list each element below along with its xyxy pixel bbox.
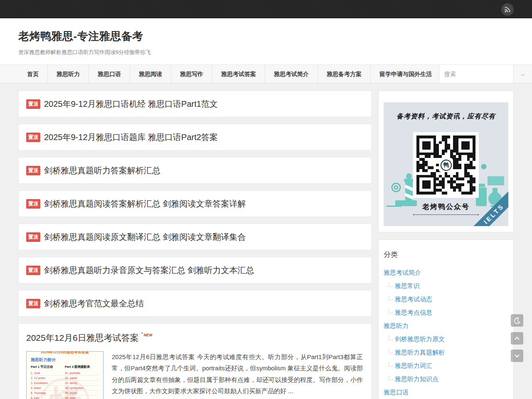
nav-menu-item[interactable]: 雅思口语 <box>89 65 130 84</box>
nav-menu-item-label: 雅思备考方案 <box>327 71 362 78</box>
scroll-to-top-button[interactable] <box>511 332 523 345</box>
nav-menu-item[interactable]: 首页 <box>18 65 48 84</box>
qr-code: 鸭 <box>413 132 479 198</box>
post-title-link[interactable]: 剑桥雅思真题阅读答案解析汇总 剑雅阅读文章答案详解 <box>44 198 246 209</box>
thumbnail-topline: 2025年12月6日雅思考试答案 <box>31 351 99 355</box>
nav-menu-item[interactable]: 雅思阅读 <box>130 65 171 84</box>
category-link[interactable]: 雅思听力 <box>384 319 508 332</box>
nav-menu-item[interactable]: 雅思考试简介 <box>265 65 318 84</box>
latest-post-card: 2025年12月6日雅思考试答案 NEW 2025年12月6日雅思考试答案 雅思… <box>18 323 372 399</box>
category-label: 雅思听力真题解析 <box>395 349 445 356</box>
chevron-up-icon <box>513 335 521 342</box>
category-link[interactable]: 雅思听力真题解析 <box>384 346 508 359</box>
nav-menu-item[interactable]: 雅思考试答案 <box>212 65 265 84</box>
categories-list: 雅思考试简介 雅思常识 雅思考试动态 雅思考点信息 <box>384 266 508 399</box>
category-link[interactable]: 剑桥雅思听力原文 <box>384 332 508 346</box>
thumbnail-col1-header: Part 1 节日活动 <box>31 365 65 369</box>
post-title-link[interactable]: 2025年9-12月雅思口语机经 雅思口语Part1范文 <box>44 99 218 110</box>
answer-row: 31. portraits <box>65 371 99 376</box>
answer-row: 33. family <box>65 381 99 386</box>
post-title-link[interactable]: 2025年9-12月雅思口语题库 雅思口语Part2答案 <box>44 132 218 143</box>
pinned-badge: 置顶 <box>26 266 40 275</box>
answer-row: 3. Donaldson <box>31 381 65 386</box>
category-label: 雅思听力词汇 <box>395 362 432 369</box>
category-link[interactable]: 雅思口语 <box>384 386 508 399</box>
search-box: → <box>439 65 514 83</box>
category-link[interactable]: 雅思听力词汇 <box>384 359 508 372</box>
category-link[interactable]: 雅思听力知识点 <box>384 372 508 386</box>
post-title-link[interactable]: 剑桥雅思真题听力答案解析汇总 <box>44 165 160 176</box>
pinned-post-card: 置顶 剑桥雅思真题阅读答案解析汇总 剑雅阅读文章答案详解 <box>18 190 372 217</box>
new-icon: NEW <box>141 333 153 337</box>
category-label: 雅思常识 <box>395 282 420 289</box>
pinned-badge: 置顶 <box>26 199 40 209</box>
pinned-post-card: 置顶 剑桥雅思真题听力录音原文与答案汇总 剑雅听力文本汇总 <box>18 257 372 283</box>
pinned-badge: 置顶 <box>26 232 40 242</box>
pinned-post-card: 置顶 剑桥雅思考官范文最全总结 <box>18 290 372 317</box>
nav-menu-item[interactable]: 雅思写作 <box>171 65 212 84</box>
nav-menu-item[interactable]: 留学申请与国外生活 <box>371 65 441 84</box>
rss-icon[interactable] <box>501 3 514 16</box>
answer-row: 34. symbolism <box>65 386 99 391</box>
nav-menu-item-label: 首页 <box>27 71 39 78</box>
nav-menu-item[interactable]: 雅思听力 <box>48 65 89 84</box>
qr-slogan-text: 备考资料，考试资讯，应有尽有 <box>384 112 508 121</box>
pinned-badge: 置顶 <box>26 99 40 109</box>
nav-menu-item-label: 雅思考试简介 <box>274 71 309 78</box>
nav-menu-item-label: 雅思听力 <box>57 71 80 78</box>
page: 老烤鸭雅思-专注雅思备考 资深雅思教师解析雅思口语听力写作阅读9分经验带你飞 首… <box>0 0 532 399</box>
pinned-post-card: 置顶 剑桥雅思真题阅读原文翻译汇总 剑雅阅读文章翻译集合 <box>18 224 372 250</box>
nav-menu-item-label: 雅思阅读 <box>139 71 162 78</box>
tree-connector-icon <box>389 362 393 367</box>
tree-connector-icon <box>389 309 393 313</box>
wechat-qr-image[interactable]: 备考资料，考试资讯，应有尽有 鸭 老烤鸭公众号 IELTS <box>384 102 508 226</box>
answer-row: 6. light <box>31 396 65 399</box>
top-black-bar <box>0 0 532 18</box>
nav-menu-item-label: 雅思写作 <box>180 71 203 78</box>
duck-logo-icon: 鸭 <box>441 160 452 171</box>
thumbnail-col1-answers: 1. June2. 12 years3. Donaldson4. ticket5… <box>31 371 65 399</box>
night-mode-button[interactable] <box>511 314 523 327</box>
nav-menu-item-label: 雅思口语 <box>98 71 121 78</box>
category-link[interactable]: 雅思考点信息 <box>384 306 508 319</box>
pinned-badge: 置顶 <box>26 133 40 142</box>
post-title-link[interactable]: 2025年12月6日雅思考试答案 <box>26 332 139 344</box>
category-label: 雅思考试动态 <box>395 296 432 303</box>
moon-stars-icon <box>513 316 521 325</box>
pinned-post-card: 置顶 2025年9-12月雅思口语机经 雅思口语Part1范文 <box>18 91 372 117</box>
search-submit-arrow[interactable]: → <box>520 71 525 77</box>
answer-row: 1. June <box>31 371 65 376</box>
chevron-down-icon <box>513 352 521 360</box>
pinned-badge: 置顶 <box>26 166 40 175</box>
answer-row: 35. picnic <box>65 391 99 396</box>
category-label: 雅思听力 <box>384 322 409 329</box>
pinned-post-card: 置顶 2025年9-12月雅思口语题库 雅思口语Part2答案 <box>18 124 372 150</box>
thumbnail-col2-header: Part 4 图画摄影类 <box>65 365 99 369</box>
post-title-link[interactable]: 剑桥雅思真题听力录音原文与答案汇总 剑雅听力文本汇总 <box>44 265 254 276</box>
search-input[interactable] <box>444 71 520 77</box>
post-title-link[interactable]: 剑桥雅思真题阅读原文翻译汇总 剑雅阅读文章翻译集合 <box>44 232 246 243</box>
pinned-post-card: 置顶 剑桥雅思真题听力答案解析汇总 <box>18 157 372 184</box>
category-label: 剑桥雅思听力原文 <box>395 335 445 342</box>
tree-connector-icon <box>389 283 393 287</box>
category-link[interactable]: 雅思常识 <box>384 279 508 293</box>
content-area: 置顶 2025年9-12月雅思口语机经 雅思口语Part1范文 置顶 2025年… <box>18 84 514 399</box>
scroll-to-bottom-button[interactable] <box>511 350 523 362</box>
tree-connector-icon <box>389 296 393 300</box>
qr-divider-line <box>415 214 477 215</box>
category-link[interactable]: 雅思考试动态 <box>384 293 508 306</box>
nav-menu-item[interactable]: 雅思备考方案 <box>318 65 371 84</box>
category-label: 雅思考试简介 <box>384 269 421 276</box>
post-title-link[interactable]: 剑桥雅思考官范文最全总结 <box>44 298 144 309</box>
qr-widget: 备考资料，考试资讯，应有尽有 鸭 老烤鸭公众号 IELTS <box>378 91 514 232</box>
category-link[interactable]: 雅思考试简介 <box>384 266 508 279</box>
site-subtitle: 资深雅思教师解析雅思口语听力写作阅读9分经验带你飞 <box>18 49 514 56</box>
category-label: 雅思听力知识点 <box>395 375 438 382</box>
thumbnail-col2-answers: 31. portraits32. castle33. family34. sym… <box>65 371 99 399</box>
categories-widget: 分类 雅思考试简介 雅思常识 雅思考试动态 <box>378 239 514 399</box>
post-thumbnail-image[interactable]: 2025年12月6日雅思考试答案 雅思听力部分 Part 1 节日活动 1. J… <box>26 351 103 399</box>
tree-connector-icon <box>389 336 393 340</box>
tree-connector-icon <box>389 376 393 380</box>
site-title[interactable]: 老烤鸭雅思-专注雅思备考 <box>18 18 514 44</box>
qr-center-logo: 鸭 <box>439 158 453 172</box>
